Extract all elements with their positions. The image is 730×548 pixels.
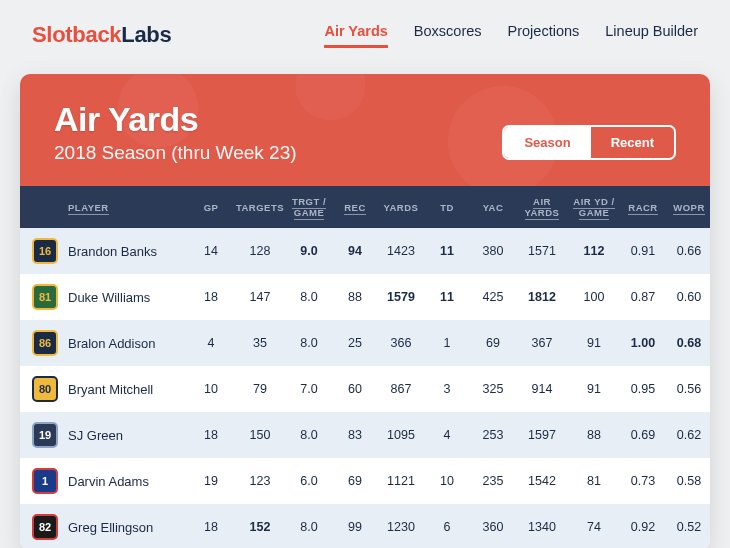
cell-targets: 35 [234, 336, 286, 350]
cell-yac: 360 [470, 520, 516, 534]
nav-item-lineup-builder[interactable]: Lineup Builder [605, 23, 698, 48]
cell-yac: 425 [470, 290, 516, 304]
col-trgt-game[interactable]: TRGT / GAME [286, 196, 332, 218]
cell-racr: 0.92 [620, 520, 666, 534]
cell-yards: 1579 [378, 290, 424, 304]
cell-yards: 1423 [378, 244, 424, 258]
col-td[interactable]: TD [424, 202, 470, 213]
cell-yac: 325 [470, 382, 516, 396]
player-name: Bryant Mitchell [66, 382, 188, 397]
card-header-titles: Air Yards 2018 Season (thru Week 23) [54, 100, 297, 164]
cell-td: 11 [424, 244, 470, 258]
cell-targets: 79 [234, 382, 286, 396]
nav-item-boxscores[interactable]: Boxscores [414, 23, 482, 48]
cell-racr: 0.69 [620, 428, 666, 442]
cell-td: 1 [424, 336, 470, 350]
player-name: SJ Green [66, 428, 188, 443]
page-title: Air Yards [54, 100, 297, 139]
cell-yac: 235 [470, 474, 516, 488]
table-row[interactable]: 86Bralon Addison4358.025366169367911.000… [20, 320, 710, 366]
cell-racr: 0.87 [620, 290, 666, 304]
cell-yards: 1095 [378, 428, 424, 442]
cell-racr: 0.73 [620, 474, 666, 488]
top-bar: SlotbackLabs Air YardsBoxscoresProjectio… [0, 0, 730, 74]
jersey-badge: 16 [32, 238, 58, 264]
col-rec[interactable]: REC [332, 202, 378, 213]
jersey-badge: 82 [32, 514, 58, 540]
col-yac[interactable]: YAC [470, 202, 516, 213]
cell-rec: 25 [332, 336, 378, 350]
cell-yac: 380 [470, 244, 516, 258]
cell-targets: 152 [234, 520, 286, 534]
jersey-badge: 1 [32, 468, 58, 494]
player-name: Darvin Adams [66, 474, 188, 489]
cell-yac: 69 [470, 336, 516, 350]
cell-wopr: 0.58 [666, 474, 710, 488]
cell-targets: 150 [234, 428, 286, 442]
card-header: Air Yards 2018 Season (thru Week 23) Sea… [20, 74, 710, 186]
player-name: Bralon Addison [66, 336, 188, 351]
cell-air-yd-game: 74 [568, 520, 620, 534]
table-row[interactable]: 82Greg Ellingson181528.09912306360134074… [20, 504, 710, 548]
cell-wopr: 0.62 [666, 428, 710, 442]
cell-trgt-game: 7.0 [286, 382, 332, 396]
cell-yards: 1230 [378, 520, 424, 534]
cell-rec: 94 [332, 244, 378, 258]
col-wopr[interactable]: WOPR [666, 202, 710, 213]
table-row[interactable]: 80Bryant Mitchell10797.0608673325914910.… [20, 366, 710, 412]
cell-rec: 60 [332, 382, 378, 396]
cell-air-yd-game: 100 [568, 290, 620, 304]
cell-air-yards: 1571 [516, 244, 568, 258]
cell-trgt-game: 8.0 [286, 336, 332, 350]
cell-air-yards: 367 [516, 336, 568, 350]
cell-air-yd-game: 91 [568, 336, 620, 350]
season-recent-toggle: Season Recent [502, 125, 676, 160]
player-name: Brandon Banks [66, 244, 188, 259]
toggle-recent[interactable]: Recent [591, 127, 674, 158]
jersey-badge: 19 [32, 422, 58, 448]
col-racr[interactable]: RACR [620, 202, 666, 213]
cell-trgt-game: 8.0 [286, 520, 332, 534]
jersey-badge: 86 [32, 330, 58, 356]
cell-gp: 18 [188, 290, 234, 304]
cell-trgt-game: 8.0 [286, 290, 332, 304]
cell-air-yd-game: 81 [568, 474, 620, 488]
cell-targets: 128 [234, 244, 286, 258]
cell-td: 3 [424, 382, 470, 396]
col-player[interactable]: PLAYER [66, 202, 188, 213]
cell-air-yards: 1542 [516, 474, 568, 488]
table-row[interactable]: 16Brandon Banks141289.094142311380157111… [20, 228, 710, 274]
cell-trgt-game: 8.0 [286, 428, 332, 442]
cell-racr: 1.00 [620, 336, 666, 350]
main-nav: Air YardsBoxscoresProjectionsLineup Buil… [324, 23, 698, 48]
cell-air-yards: 1597 [516, 428, 568, 442]
cell-air-yards: 1340 [516, 520, 568, 534]
cell-rec: 88 [332, 290, 378, 304]
table-row[interactable]: 81Duke Williams181478.088157911425181210… [20, 274, 710, 320]
cell-targets: 123 [234, 474, 286, 488]
col-air-yd-game[interactable]: AIR YD / GAME [568, 196, 620, 218]
nav-item-projections[interactable]: Projections [508, 23, 580, 48]
cell-wopr: 0.68 [666, 336, 710, 350]
cell-yards: 1121 [378, 474, 424, 488]
nav-item-air-yards[interactable]: Air Yards [324, 23, 387, 48]
cell-trgt-game: 6.0 [286, 474, 332, 488]
col-air-yards[interactable]: AIR YARDS [516, 196, 568, 218]
cell-rec: 69 [332, 474, 378, 488]
cell-wopr: 0.60 [666, 290, 710, 304]
cell-air-yd-game: 112 [568, 244, 620, 258]
table-row[interactable]: 19SJ Green181508.083109542531597880.690.… [20, 412, 710, 458]
cell-racr: 0.91 [620, 244, 666, 258]
table-row[interactable]: 1Darvin Adams191236.0691121102351542810.… [20, 458, 710, 504]
col-gp[interactable]: GP [188, 202, 234, 213]
cell-air-yards: 914 [516, 382, 568, 396]
cell-yac: 253 [470, 428, 516, 442]
col-yards[interactable]: YARDS [378, 202, 424, 213]
cell-td: 4 [424, 428, 470, 442]
logo[interactable]: SlotbackLabs [32, 22, 171, 48]
toggle-season[interactable]: Season [504, 127, 590, 158]
cell-targets: 147 [234, 290, 286, 304]
cell-yards: 366 [378, 336, 424, 350]
col-targets[interactable]: TARGETS [234, 202, 286, 213]
page-subtitle: 2018 Season (thru Week 23) [54, 142, 297, 164]
